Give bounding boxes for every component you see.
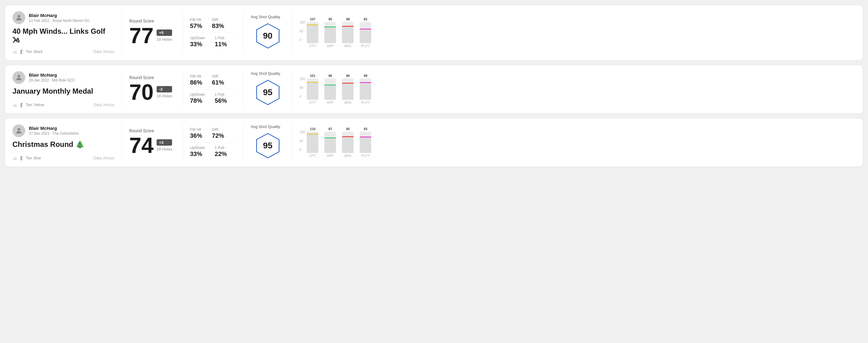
avatar <box>12 71 25 84</box>
score-badge-wrap: +2 18 Holes <box>157 139 172 151</box>
weather-icon: ☁️ <box>12 156 17 161</box>
avatar <box>12 124 25 137</box>
weather-icon: ☁️ <box>12 50 17 54</box>
stats-row-bottom: Up/Down 33% 1 Putt 22% <box>190 146 236 157</box>
tee-info: ☁️ 🏌 Tee: Yellow <box>12 103 44 107</box>
fw-hit-label: FW Hit <box>190 74 202 79</box>
card-chart: 100500110OTT87APP95ARG93PUTT <box>292 124 856 161</box>
card-chart: 100500101OTT86APP96ARG99PUTT <box>292 71 856 107</box>
card-score: Round Score 74 +2 18 Holes <box>122 124 183 161</box>
up-down-value: 33% <box>190 41 205 48</box>
score-badge-wrap: -2 18 Holes <box>157 86 172 98</box>
up-down-label: Up/Down <box>190 146 205 150</box>
player-info: Blair McHarg 29 Jan 2022 · Mill Ride GCC <box>12 71 114 84</box>
stat-fw-hit: FW Hit 57% <box>190 18 202 30</box>
stat-one-putt: 1 Putt 22% <box>215 146 227 157</box>
score-number: 77 <box>129 25 154 46</box>
player-name: Blair McHarg <box>29 13 90 18</box>
stat-up-down: Up/Down 33% <box>190 146 205 157</box>
round-card: Blair McHarg 12 Feb 2022 · Royal North D… <box>5 5 863 61</box>
svg-point-4 <box>18 128 20 131</box>
score-badge: +5 <box>157 30 172 36</box>
score-main: 70 -2 18 Holes <box>129 81 175 103</box>
one-putt-value: 22% <box>215 151 227 157</box>
score-number: 74 <box>129 134 154 156</box>
card-quality: Avg Shot Quality 90 <box>244 11 292 54</box>
stat-up-down: Up/Down 33% <box>190 36 205 48</box>
tee-label: Tee: Yellow <box>26 103 44 107</box>
gir-label: GIR <box>212 18 224 22</box>
hexagon-chart: 95 <box>254 132 282 161</box>
stats-row-top: FW Hit 36% GIR 72% <box>190 127 236 139</box>
card-quality: Avg Shot Quality 95 <box>244 124 292 161</box>
data-source: Data: Arccos <box>94 156 114 160</box>
score-holes: 18 Holes <box>157 147 172 151</box>
tee-info: ☁️ 🏌 Tee: Black <box>12 50 42 54</box>
card-stats: FW Hit 86% GIR 61% Up/Down 78% 1 Putt 56… <box>183 71 244 107</box>
fw-hit-value: 57% <box>190 23 202 30</box>
one-putt-value: 56% <box>215 97 227 104</box>
round-card: Blair McHarg 29 Jan 2022 · Mill Ride GCC… <box>5 65 863 114</box>
stat-one-putt: 1 Putt 11% <box>215 36 227 48</box>
card-score: Round Score 77 +5 18 Holes <box>122 11 183 54</box>
player-date-course: 12 Feb 2022 · Royal North Devon GC <box>29 19 90 23</box>
bag-icon: 🏌 <box>19 103 24 107</box>
stat-fw-hit: FW Hit 86% <box>190 74 202 86</box>
stats-row-bottom: Up/Down 78% 1 Putt 56% <box>190 92 236 104</box>
card-quality: Avg Shot Quality 95 <box>244 71 292 107</box>
avatar <box>12 11 25 24</box>
score-label: Round Score <box>129 19 175 23</box>
card-stats: FW Hit 57% GIR 83% Up/Down 33% 1 Putt 11… <box>183 11 244 54</box>
bag-icon: 🏌 <box>19 156 24 161</box>
gir-value: 72% <box>212 132 224 139</box>
rounds-list: Blair McHarg 12 Feb 2022 · Royal North D… <box>5 5 863 167</box>
up-down-label: Up/Down <box>190 92 205 97</box>
data-source: Data: Arccos <box>94 50 114 54</box>
quality-label: Avg Shot Quality <box>251 71 280 76</box>
tee-label: Tee: Blue <box>26 156 41 160</box>
hexagon-chart: 95 <box>254 79 282 107</box>
quality-label: Avg Shot Quality <box>251 124 280 129</box>
stats-row-bottom: Up/Down 33% 1 Putt 11% <box>190 36 236 48</box>
gir-value: 61% <box>212 79 224 86</box>
stat-one-putt: 1 Putt 56% <box>215 92 227 104</box>
round-title: Christmas Round 🎄 <box>12 140 114 149</box>
one-putt-value: 11% <box>215 41 227 48</box>
player-name: Blair McHarg <box>29 72 75 77</box>
one-putt-label: 1 Putt <box>215 92 227 97</box>
fw-hit-label: FW Hit <box>190 18 202 22</box>
weather-icon: ☁️ <box>12 103 17 107</box>
score-label: Round Score <box>129 75 175 80</box>
score-number: 70 <box>129 81 154 103</box>
stat-gir: GIR 72% <box>212 127 224 139</box>
up-down-value: 33% <box>190 151 205 157</box>
stat-gir: GIR 83% <box>212 18 224 30</box>
score-main: 77 +5 18 Holes <box>129 25 175 46</box>
card-left: Blair McHarg 27 Dec 2021 · The Oxfordshi… <box>12 124 122 161</box>
card-footer: ☁️ 🏌 Tee: Black Data: Arccos <box>12 50 114 54</box>
card-stats: FW Hit 36% GIR 72% Up/Down 33% 1 Putt 22… <box>183 124 244 161</box>
stats-row-top: FW Hit 86% GIR 61% <box>190 74 236 86</box>
score-badge-wrap: +5 18 Holes <box>157 30 172 42</box>
up-down-label: Up/Down <box>190 36 205 40</box>
card-footer: ☁️ 🏌 Tee: Blue Data: Arccos <box>12 156 114 161</box>
score-holes: 18 Holes <box>157 94 172 98</box>
bag-icon: 🏌 <box>19 50 24 54</box>
data-source: Data: Arccos <box>94 103 114 107</box>
one-putt-label: 1 Putt <box>215 146 227 150</box>
svg-point-2 <box>18 75 20 77</box>
score-label: Round Score <box>129 128 175 133</box>
gir-label: GIR <box>212 74 224 79</box>
quality-label: Avg Shot Quality <box>251 14 280 19</box>
tee-label: Tee: Black <box>26 50 42 54</box>
player-info: Blair McHarg 12 Feb 2022 · Royal North D… <box>12 11 114 24</box>
score-holes: 18 Holes <box>157 37 172 42</box>
hexagon-chart: 90 <box>254 22 282 51</box>
round-card: Blair McHarg 27 Dec 2021 · The Oxfordshi… <box>5 118 863 167</box>
stat-gir: GIR 61% <box>212 74 224 86</box>
stat-fw-hit: FW Hit 36% <box>190 127 202 139</box>
score-main: 74 +2 18 Holes <box>129 134 175 156</box>
svg-point-0 <box>18 15 20 18</box>
gir-value: 83% <box>212 23 224 30</box>
stat-up-down: Up/Down 78% <box>190 92 205 104</box>
